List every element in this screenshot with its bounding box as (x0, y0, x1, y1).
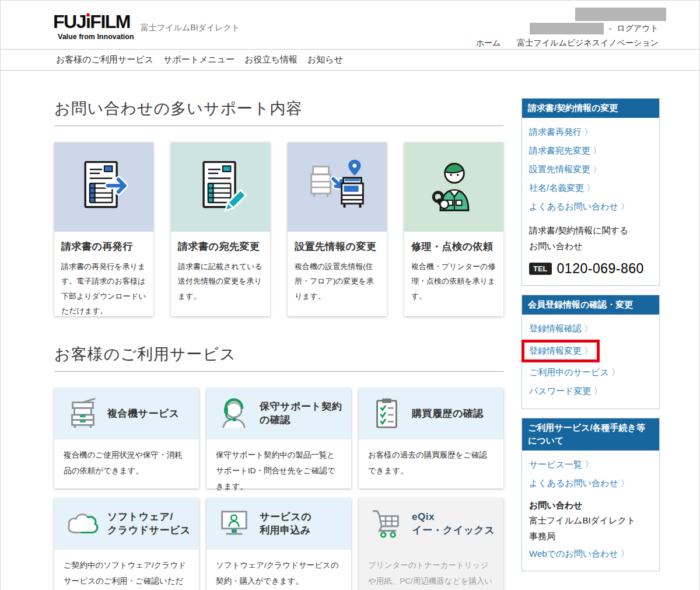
nav-item-customer-services[interactable]: お客様のご利用サービス (56, 54, 153, 65)
invoice-reissue-icon (54, 142, 153, 232)
support-card-description: 複合機の設置先情報(住所・フロア)の変更を承ります。 (295, 259, 380, 303)
support-card-relocation[interactable]: 設置先情報の変更 複合機の設置先情報(住所・フロア)の変更を承ります。 (288, 142, 387, 316)
support-card-title: 設置先情報の変更 (295, 240, 380, 253)
sidebar-link-service-list[interactable]: サービス一覧 〉 (529, 456, 652, 474)
service-card-copier[interactable]: 複合機サービス 複合機のご使用状況や保守・消耗品の依頼ができます。 (54, 388, 199, 488)
logout-separator: - (609, 24, 612, 33)
header: FUJiFILM Value from Innovation 富士フイルムBIダ… (1, 1, 699, 50)
service-card-title: ソフトウェア/ クラウドサービス (107, 511, 191, 537)
repair-request-icon (404, 142, 503, 232)
service-card-purchase-history[interactable]: 購買履歴の確認 お客様の過去の購買履歴をご確認できます。 (359, 388, 503, 488)
logo-red-dot-i: i (86, 12, 90, 31)
tel-badge: TEL (529, 263, 552, 275)
sidebar-link-faq-billing[interactable]: よくあるお問い合わせ 〉 (529, 198, 652, 217)
service-card-description: 保守サポート契約中の製品一覧とサポートID・問合せ先をご確認できます。 (206, 439, 351, 494)
billing-tel-row: TEL 0120-069-860 (529, 261, 652, 277)
services-section-title: お客様のご利用サービス (54, 344, 503, 372)
copier-icon (65, 396, 99, 432)
fujifilm-logo[interactable]: FUJiFILM Value from Innovation (53, 12, 134, 41)
sidebar-link-registration-confirm[interactable]: 登録情報確認 〉 (529, 320, 652, 338)
sidebar-link-location-change[interactable]: 設置先情報変更 〉 (529, 160, 652, 179)
support-card-title: 請求書の再発行 (61, 240, 146, 253)
service-card-description: ソフトウェア/クラウドサービスの契約・購入ができます。 (206, 550, 351, 589)
support-card-invoice-address-change[interactable]: 請求書の宛先変更 請求書に記載されている送付先情報の変更を承ります。 (171, 142, 270, 316)
logo-tagline: Value from Innovation (58, 33, 134, 41)
fujifilm-logotype: FUJiFILM (53, 12, 134, 31)
sidebar-box-billing: 請求書/契約情報の変更 請求書再発行 〉 請求書宛先変更 〉 設置先情報変更 〉… (522, 98, 660, 286)
service-card-service-signup[interactable]: サービスの 利用申込み ソフトウェア/クラウドサービスの契約・購入ができます。 (206, 498, 351, 590)
services-contact-body: 富士フイルムBIダイレクト 事務局 (529, 512, 652, 545)
sidebar-link-faq-services[interactable]: よくあるお問い合わせ 〉 (529, 474, 652, 493)
service-card-description: お客様の過去の購買履歴をご確認できます。 (359, 439, 503, 479)
support-section-title: お問い合わせの多いサポート内容 (54, 98, 503, 126)
header-account-area: - ログアウト ホーム 富士フイルムビジネスイノベーション (476, 8, 666, 48)
registration-change-highlight: 登録情報変更 〉 (522, 340, 600, 362)
nav-item-useful-info[interactable]: お役立ち情報 (244, 54, 298, 65)
service-card-title: サービスの 利用申込み (260, 511, 312, 537)
service-card-eqix[interactable]: eQix イー・クイックス プリンターのトナーカートリッジや用紙、PC/周辺機器… (359, 498, 503, 590)
support-card-title: 請求書の宛先変更 (178, 240, 263, 253)
redacted-user-name (530, 23, 604, 34)
page: FUJiFILM Value from Innovation 富士フイルムBIダ… (0, 0, 700, 590)
support-card-title: 修理・点検の依頼 (411, 240, 496, 253)
services-contact-heading: お問い合わせ (529, 500, 652, 511)
sidebar-box-member-title: 会員登録情報の確認・変更 (522, 295, 659, 315)
service-card-title: 購買履歴の確認 (412, 407, 484, 421)
billing-contact-note: 請求書/契約情報に関する お問い合わせ (529, 222, 652, 255)
nav-item-news[interactable]: お知らせ (307, 54, 343, 65)
monitor-signup-icon (217, 506, 251, 542)
content: お問い合わせの多いサポート内容 (1, 71, 699, 590)
support-card-description: 請求書の再発行を承ります。電子請求のお客様は下部よりダウンロードいただけます。 (61, 259, 146, 318)
site-service-name: 富士フイルムBIダイレクト (141, 23, 240, 33)
support-cards: 請求書の再発行 請求書の再発行を承ります。電子請求のお客様は下部よりダウンロード… (54, 142, 503, 316)
logout-link[interactable]: ログアウト (617, 23, 659, 34)
support-card-description: 請求書に記載されている送付先情報の変更を承ります。 (178, 259, 263, 303)
tel-number: 0120-069-860 (557, 261, 644, 277)
home-link[interactable]: ホーム (476, 38, 501, 48)
sidebar-link-name-change[interactable]: 社名/名義変更 〉 (529, 179, 652, 198)
cloud-icon (65, 506, 99, 542)
service-card-description: 複合機のご使用状況や保守・消耗品の依頼ができます。 (54, 439, 199, 479)
support-card-description: 複合機・プリンターの修理・点検の依頼を承ります。 (411, 259, 496, 303)
service-card-maintenance-contract[interactable]: 保守サポート契約 の確認 保守サポート契約中の製品一覧とサポートID・問合せ先を… (206, 388, 351, 488)
service-card-software-cloud[interactable]: ソフトウェア/ クラウドサービス ご契約中のソフトウェア/クラウドサービスのご利… (54, 498, 199, 590)
checklist-icon (369, 396, 403, 432)
sidebar-link-registration-change[interactable]: 登録情報変更 〉 (529, 343, 594, 359)
nav-item-support-menu[interactable]: サポートメニュー (163, 54, 235, 65)
sidebar-box-member: 会員登録情報の確認・変更 登録情報確認 〉 登録情報変更 〉 ご利用中のサービス… (522, 295, 660, 409)
service-cards: 複合機サービス 複合機のご使用状況や保守・消耗品の依頼ができます。 (54, 388, 503, 590)
cart-icon (369, 506, 403, 542)
service-card-description: プリンターのトナーカートリッジや用紙、PC/周辺機器などを購入いただけます。 (359, 550, 503, 590)
service-card-title: 保守サポート契約 の確認 (260, 400, 342, 427)
support-card-repair-request[interactable]: 修理・点検の依頼 複合機・プリンターの修理・点検の依頼を承ります。 (404, 142, 503, 316)
sidebar-link-services-in-use[interactable]: ご利用中のサービス 〉 (529, 364, 652, 382)
sidebar-link-password-change[interactable]: パスワード変更 〉 (529, 382, 652, 401)
sidebar-link-invoice-reissue[interactable]: 請求書再発行 〉 (529, 123, 652, 142)
sidebar-link-invoice-address-change[interactable]: 請求書宛先変更 〉 (529, 142, 652, 160)
support-card-invoice-reissue[interactable]: 請求書の再発行 請求書の再発行を承ります。電子請求のお客様は下部よりダウンロード… (54, 142, 153, 316)
company-link[interactable]: 富士フイルムビジネスイノベーション (517, 38, 659, 48)
sidebar-box-billing-title: 請求書/契約情報の変更 (522, 99, 659, 118)
sidebar-box-services: ご利用サービス/各種手続き等について サービス一覧 〉 よくあるお問い合わせ 〉… (522, 418, 660, 572)
relocation-icon (288, 142, 387, 232)
sidebar: 請求書/契約情報の変更 請求書再発行 〉 請求書宛先変更 〉 設置先情報変更 〉… (522, 98, 660, 590)
global-nav: お客様のご利用サービス サポートメニュー お役立ち情報 お知らせ (1, 50, 699, 71)
invoice-address-change-icon (171, 142, 270, 232)
main-column: お問い合わせの多いサポート内容 (54, 71, 503, 590)
sidebar-box-services-title: ご利用サービス/各種手続き等について (522, 418, 659, 451)
sidebar-link-web-contact[interactable]: Webでのお問い合わせ 〉 (529, 544, 652, 563)
service-card-title: eQix イー・クイックス (412, 511, 495, 537)
service-card-title: 複合機サービス (107, 407, 180, 421)
support-agent-icon (217, 396, 251, 432)
redacted-account-info (575, 8, 666, 21)
service-card-description: ご契約中のソフトウェア/クラウドサービスのご利用・ご確認いただけます (Docu… (54, 550, 199, 590)
